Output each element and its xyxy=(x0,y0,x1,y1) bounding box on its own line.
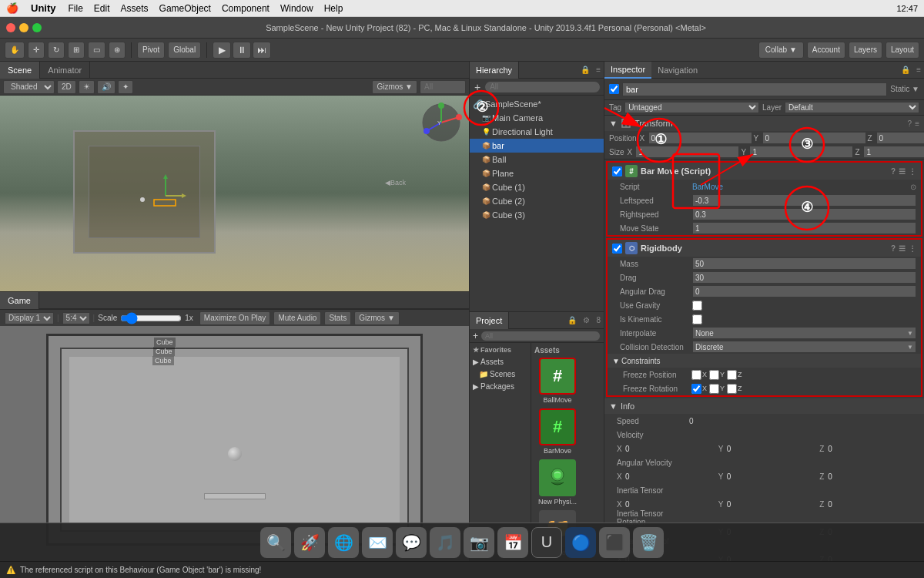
pos-x-input[interactable]: 0 xyxy=(648,132,752,144)
aspect-select[interactable]: 5:4 xyxy=(62,312,90,324)
game-tab[interactable]: Game xyxy=(0,292,39,309)
account-button[interactable]: Account xyxy=(807,42,845,59)
project-settings[interactable]: ⚙ xyxy=(580,316,593,324)
rigidbody-settings2[interactable]: ⋮ xyxy=(909,244,916,253)
inspector-tab[interactable]: Inspector xyxy=(604,62,651,79)
hierarchy-bar[interactable]: 📦 bar xyxy=(470,139,604,153)
leftspeed-input[interactable]: -0.3 xyxy=(692,194,916,207)
freeze-rot-x[interactable] xyxy=(691,384,701,394)
audio-btn[interactable]: 🔊 xyxy=(97,80,116,94)
mute-audio-btn[interactable]: Mute Audio xyxy=(273,311,321,325)
object-name-input[interactable]: bar xyxy=(622,82,887,96)
lighting-btn[interactable]: ☀ xyxy=(79,80,95,94)
fx-btn[interactable]: ✦ xyxy=(118,80,133,94)
freeze-pos-y[interactable] xyxy=(709,370,719,380)
dock-unity[interactable]: U xyxy=(531,527,562,558)
menu-help[interactable]: Help xyxy=(324,3,343,14)
bar-move-settings1[interactable]: ☰ xyxy=(899,167,906,176)
hierarchy-add-btn[interactable]: + xyxy=(473,81,482,93)
hierarchy-plane[interactable]: 📦 Plane xyxy=(470,166,604,180)
menu-component[interactable]: Component xyxy=(222,3,270,14)
dock-vscode[interactable]: 🔵 xyxy=(565,527,596,558)
is-kinematic-checkbox[interactable] xyxy=(692,314,702,324)
hierarchy-cube1[interactable]: 📦 Cube (1) xyxy=(470,180,604,194)
asset-ballmove[interactable]: # BallMove xyxy=(534,358,581,404)
step-button[interactable]: ⏭ xyxy=(253,42,271,59)
project-tree-scenes[interactable]: 📁 Scenes xyxy=(471,368,529,380)
menu-file[interactable]: File xyxy=(69,3,83,14)
bar-move-help[interactable]: ? xyxy=(891,167,896,176)
shading-select[interactable]: Shaded xyxy=(3,80,55,94)
hierarchy-menu[interactable]: ≡ xyxy=(593,66,604,74)
multi-tool[interactable]: ⊛ xyxy=(109,42,126,59)
dock-photos[interactable]: 📷 xyxy=(464,527,494,558)
drag-input[interactable]: 30 xyxy=(692,271,916,284)
freeze-rot-y[interactable] xyxy=(709,384,719,394)
close-button[interactable] xyxy=(6,23,15,32)
inspector-menu[interactable]: ≡ xyxy=(913,66,924,74)
gizmos-btn[interactable]: Gizmos ▼ xyxy=(372,80,417,94)
rigidbody-help[interactable]: ? xyxy=(891,244,896,253)
pos-z-input[interactable]: 0 xyxy=(876,132,924,144)
pivot-button[interactable]: Pivot xyxy=(137,42,165,59)
maximize-on-play-btn[interactable]: Maximize On Play xyxy=(199,311,271,325)
dock-launchpad[interactable]: 🚀 xyxy=(294,527,325,558)
project-info[interactable]: 8 xyxy=(593,316,604,324)
2d-button[interactable]: 2D xyxy=(57,80,76,94)
game-gizmos-btn[interactable]: Gizmos ▼ xyxy=(354,311,400,325)
hierarchy-main-camera[interactable]: 📷 Main Camera xyxy=(470,111,604,125)
project-search[interactable] xyxy=(480,331,601,341)
transform-help[interactable]: ? xyxy=(908,119,912,128)
transform-settings[interactable]: ≡ xyxy=(915,119,919,128)
move-tool[interactable]: ✛ xyxy=(28,42,45,59)
collision-dropdown[interactable]: Discrete ▼ xyxy=(692,341,916,353)
project-tree-packages[interactable]: ▶ Packages xyxy=(471,380,529,392)
transform-header[interactable]: ▼ Transform ? ≡ xyxy=(604,116,924,131)
bar-move-settings2[interactable]: ⋮ xyxy=(909,167,916,176)
display-select[interactable]: Display 1 xyxy=(5,312,54,324)
hierarchy-lock[interactable]: 🔒 xyxy=(578,66,593,74)
stats-btn[interactable]: Stats xyxy=(324,311,351,325)
scene-tab[interactable]: Scene xyxy=(0,62,40,79)
pos-y-input[interactable]: 0 xyxy=(762,132,866,144)
dock-messages[interactable]: 💬 xyxy=(396,527,427,558)
mass-input[interactable]: 50 xyxy=(692,257,916,270)
asset-physics[interactable]: New Physi... xyxy=(534,459,581,506)
bar-move-active[interactable] xyxy=(612,166,622,176)
scene-search[interactable] xyxy=(420,80,466,94)
hierarchy-search[interactable] xyxy=(484,81,601,93)
favorites-header[interactable]: ★ Favorites xyxy=(471,344,529,355)
global-button[interactable]: Global xyxy=(168,42,201,59)
menu-edit[interactable]: Edit xyxy=(94,3,110,14)
rect-tool[interactable]: ▭ xyxy=(88,42,105,59)
play-button[interactable]: ▶ xyxy=(213,42,231,59)
interpolate-dropdown[interactable]: None ▼ xyxy=(692,327,916,339)
angular-drag-input[interactable]: 0 xyxy=(692,285,916,297)
size-z-input[interactable] xyxy=(863,146,924,158)
size-x-input[interactable] xyxy=(635,146,739,158)
scale-tool[interactable]: ⊞ xyxy=(68,42,85,59)
pause-button[interactable]: ⏸ xyxy=(233,42,251,59)
collab-button[interactable]: Collab ▼ xyxy=(758,42,804,59)
hierarchy-cube2[interactable]: 📦 Cube (2) xyxy=(470,194,604,208)
inspector-lock[interactable]: 🔒 xyxy=(898,66,913,74)
movestate-input[interactable]: 1 xyxy=(692,222,916,234)
size-y-input[interactable] xyxy=(749,146,853,158)
rigidbody-header[interactable]: ⬡ Rigidbody ? ☰ ⋮ xyxy=(608,240,921,257)
rigidbody-settings1[interactable]: ☰ xyxy=(899,244,906,253)
hierarchy-cube3[interactable]: 📦 Cube (3) xyxy=(470,208,604,222)
minimize-button[interactable] xyxy=(19,23,28,32)
hierarchy-ball[interactable]: 📦 Ball xyxy=(470,153,604,166)
freeze-rot-z[interactable] xyxy=(727,384,737,394)
apple-menu[interactable]: 🍎 xyxy=(6,2,18,14)
asset-barmove[interactable]: # BarMove xyxy=(534,408,581,455)
rightspeed-input[interactable]: 0.3 xyxy=(692,208,916,220)
dock-trash[interactable]: 🗑️ xyxy=(633,527,664,558)
hierarchy-tab[interactable]: Hierarchy xyxy=(470,62,519,79)
maximize-button[interactable] xyxy=(32,23,42,32)
dock-music[interactable]: 🎵 xyxy=(430,527,460,558)
hierarchy-scene[interactable]: 🔗 SampleScene* xyxy=(470,97,604,111)
navigation-tab[interactable]: Navigation xyxy=(651,62,704,79)
rotate-tool[interactable]: ↻ xyxy=(48,42,65,59)
freeze-pos-x[interactable] xyxy=(691,370,701,380)
